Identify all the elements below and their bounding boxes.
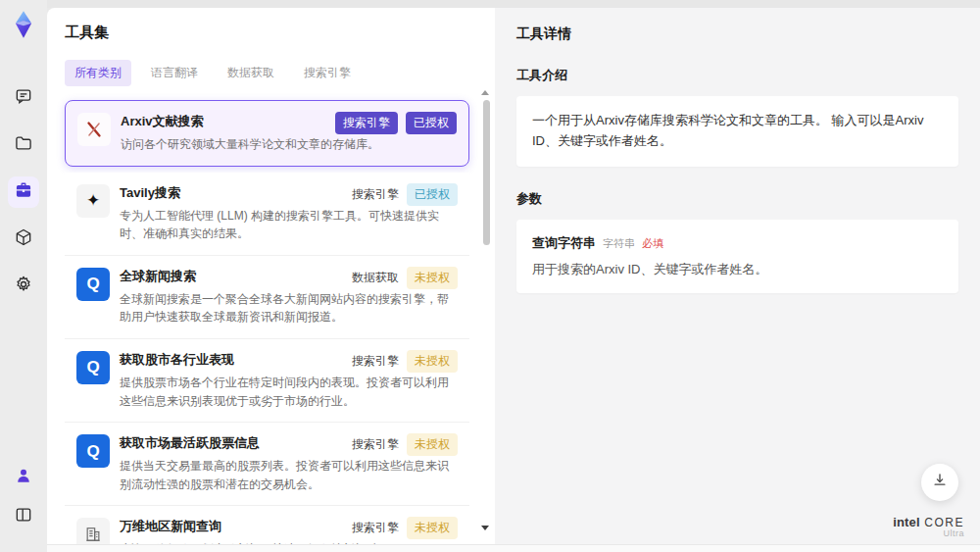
category-tag: 数据获取 — [352, 267, 399, 289]
ultra-logo-text: Ultra — [893, 529, 964, 539]
stock-tool-logo-icon: Q — [76, 434, 110, 468]
sidebar-item-account[interactable] — [8, 462, 39, 493]
sidebar-item-files[interactable] — [8, 129, 39, 161]
scrollbar-up-arrow[interactable] — [481, 90, 489, 95]
sidebar-item-tools[interactable] — [8, 176, 39, 208]
tab-search-engine[interactable]: 搜索引擎 — [294, 60, 361, 86]
category-tag: 搜索引擎 — [352, 183, 399, 206]
status-badge: 已授权 — [406, 112, 457, 134]
building-news-icon — [76, 518, 110, 544]
core-logo-text: CORE — [924, 516, 964, 529]
tool-detail-panel: 工具详情 工具介绍 一个用于从Arxiv存储库搜索科学论文和文章的工具。 输入可… — [495, 8, 980, 544]
user-icon — [14, 466, 33, 489]
scrollbar-down-arrow[interactable] — [481, 526, 489, 530]
gear-icon — [14, 275, 33, 298]
download-icon — [931, 472, 949, 493]
tool-card-sector-performance[interactable]: Q 获取股市各行业表现 提供股票市场各个行业在特定时间段内的表现。投资者可以利用… — [65, 339, 469, 423]
tool-card-global-news[interactable]: Q 全球新闻搜索 全球新闻搜索是一个聚合全球各大新闻网站内容的搜索引擎，帮助用户… — [65, 256, 469, 339]
category-tag: 搜索引擎 — [352, 517, 399, 539]
tool-description: 访问各个研究领域大量科学论文和文章的存储库。 — [121, 135, 457, 154]
panel-toggle-icon — [14, 505, 33, 528]
tool-description: 专为人工智能代理 (LLM) 构建的搜索引擎工具。可快速提供实时、准确和真实的结… — [120, 207, 458, 243]
status-badge: 未授权 — [407, 517, 458, 539]
sidebar-item-packages[interactable] — [8, 224, 39, 255]
tab-all-categories[interactable]: 所有类别 — [65, 60, 131, 86]
intel-core-logo: intel CORE Ultra — [893, 513, 964, 539]
arxiv-logo-icon — [77, 113, 111, 146]
tool-card-tavily[interactable]: ✦ Tavily搜索 专为人工智能代理 (LLM) 构建的搜索引擎工具。可快速提… — [65, 173, 469, 256]
detail-title: 工具详情 — [516, 25, 958, 43]
scrollbar-thumb[interactable] — [483, 100, 490, 245]
intro-heading: 工具介绍 — [516, 67, 958, 84]
param-name: 查询字符串 — [532, 234, 596, 252]
sidebar — [0, 0, 47, 552]
sidebar-item-settings[interactable] — [8, 271, 39, 302]
window-top-strip — [47, 0, 980, 8]
tool-card-active-stocks[interactable]: Q 获取市场最活跃股票信息 提供当天交易量最高的股票列表。投资者可以利用这些信息… — [65, 423, 469, 506]
folder-icon — [14, 133, 33, 157]
tool-card-list: Arxiv文献搜索 访问各个研究领域大量科学论文和文章的存储库。 搜索引擎 已授… — [65, 100, 469, 544]
param-required-badge: 必填 — [642, 236, 663, 251]
news-search-logo-icon: Q — [76, 268, 110, 301]
status-badge: 未授权 — [407, 350, 458, 373]
intel-logo-text: intel — [893, 515, 920, 529]
param-type: 字符串 — [603, 236, 635, 251]
sidebar-item-panel-toggle[interactable] — [8, 501, 39, 532]
toolbox-icon — [14, 180, 33, 204]
app-logo-icon — [9, 10, 38, 39]
tab-data-acquisition[interactable]: 数据获取 — [218, 60, 284, 86]
intro-box: 一个用于从Arxiv存储库搜索科学论文和文章的工具。 输入可以是Arxiv ID… — [516, 96, 958, 167]
chat-icon — [14, 86, 33, 110]
tool-description: 查询具体行政区划内的新闻，快速了解各地新闻动 — [120, 540, 458, 544]
param-description: 用于搜索的Arxiv ID、关键字或作者姓名。 — [532, 261, 943, 278]
tool-description: 全球新闻搜索是一个聚合全球各大新闻网站内容的搜索引擎，帮助用户快速获取全球最新资… — [120, 290, 458, 326]
sidebar-item-chat[interactable] — [8, 82, 39, 114]
tool-card-arxiv[interactable]: Arxiv文献搜索 访问各个研究领域大量科学论文和文章的存储库。 搜索引擎 已授… — [65, 100, 469, 167]
status-badge: 未授权 — [407, 433, 458, 456]
category-badge: 搜索引擎 — [335, 112, 398, 134]
main-area: 工具集 所有类别 语言翻译 数据获取 搜索引擎 — [47, 0, 980, 552]
tab-language-translation[interactable]: 语言翻译 — [141, 60, 208, 86]
tool-list-panel: 工具集 所有类别 语言翻译 数据获取 搜索引擎 — [47, 8, 495, 544]
status-badge: 未授权 — [407, 267, 458, 289]
tool-description: 提供当天交易量最高的股票列表。投资者可以利用这些信息来识别流动性强的股票和潜在的… — [120, 457, 458, 493]
app-window: 工具集 所有类别 语言翻译 数据获取 搜索引擎 — [0, 0, 980, 552]
category-tag: 搜索引擎 — [352, 350, 399, 373]
category-tabs: 所有类别 语言翻译 数据获取 搜索引擎 — [65, 60, 477, 86]
page-title: 工具集 — [65, 24, 477, 42]
status-badge: 已授权 — [407, 183, 458, 206]
tavily-logo-icon: ✦ — [76, 184, 110, 218]
download-button[interactable] — [921, 464, 958, 501]
tool-description: 提供股票市场各个行业在特定时间段内的表现。投资者可以利用这些信息来识别表现优于或… — [120, 374, 458, 410]
tool-card-regional-news[interactable]: 万维地区新闻查询 查询具体行政区划内的新闻，快速了解各地新闻动 搜索引擎 未授权 — [65, 506, 469, 544]
cube-icon — [14, 227, 33, 251]
category-tag: 搜索引擎 — [352, 433, 399, 456]
stock-tool-logo-icon: Q — [76, 351, 110, 384]
params-heading: 参数 — [516, 190, 958, 208]
param-box: 查询字符串 字符串 必填 用于搜索的Arxiv ID、关键字或作者姓名。 — [516, 220, 958, 293]
intro-text: 一个用于从Arxiv存储库搜索科学论文和文章的工具。 输入可以是Arxiv ID… — [532, 111, 943, 152]
window-bottom-strip — [47, 544, 980, 552]
